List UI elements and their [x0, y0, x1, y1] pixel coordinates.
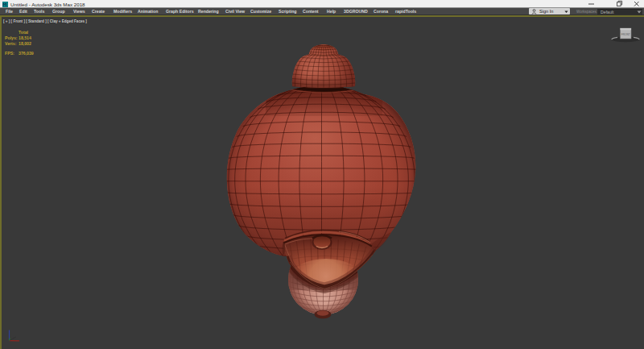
svg-text:FRONT: FRONT [621, 33, 630, 36]
